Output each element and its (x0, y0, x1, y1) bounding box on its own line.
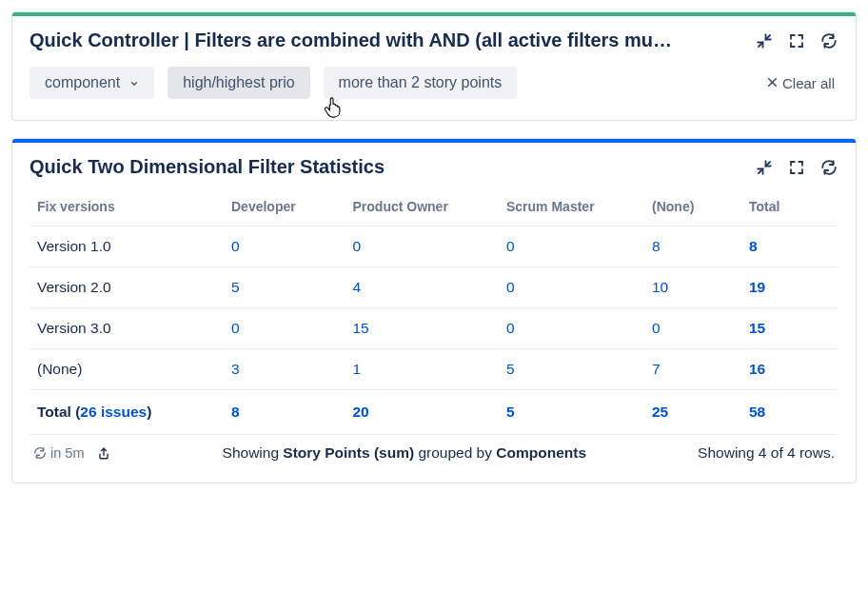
cell-value[interactable]: 15 (345, 308, 500, 349)
filter-statistics-gadget: Quick Two Dimensional Filter Statistics (11, 138, 857, 483)
table-row: Version 1.000088 (30, 227, 838, 267)
cell-value[interactable]: 10 (644, 267, 741, 308)
refresh-icon (33, 446, 47, 460)
auto-refresh-indicator: in 5m (33, 445, 84, 461)
cell-value[interactable]: 0 (224, 308, 345, 349)
totals-cell[interactable]: 20 (345, 390, 500, 435)
grand-total[interactable]: 58 (741, 390, 838, 435)
totals-cell[interactable]: 25 (644, 390, 741, 435)
row-total[interactable]: 19 (741, 267, 838, 308)
filter-chip-priority[interactable]: high/highest prio (168, 67, 309, 99)
col-scrum-master: Scrum Master (499, 187, 644, 227)
refresh-in-label: in 5m (50, 445, 84, 461)
filter-chip-component[interactable]: component (30, 67, 154, 99)
cell-value[interactable]: 0 (499, 227, 644, 267)
share-icon[interactable] (97, 446, 110, 460)
totals-cell[interactable]: 5 (499, 390, 644, 435)
stats-table: Fix versions Developer Product Owner Scr… (30, 187, 838, 435)
row-label: (None) (30, 349, 224, 390)
totals-cell[interactable]: 8 (224, 390, 345, 435)
totals-row: Total (26 issues)82052558 (30, 390, 838, 435)
cell-value[interactable]: 0 (499, 308, 644, 349)
cell-value[interactable]: 0 (224, 227, 345, 267)
footer-row-count: Showing 4 of 4 rows. (698, 444, 835, 462)
chevron-down-icon (129, 78, 139, 88)
table-row: Version 3.00150015 (30, 308, 838, 349)
row-total[interactable]: 16 (741, 349, 838, 390)
cell-value[interactable]: 1 (345, 349, 500, 390)
col-developer: Developer (224, 187, 345, 227)
col-none: (None) (644, 187, 741, 227)
cell-value[interactable]: 8 (644, 227, 741, 267)
chip-label: component (45, 74, 120, 91)
maximize-icon[interactable] (787, 31, 806, 50)
col-row-header: Fix versions (30, 187, 224, 227)
refresh-icon[interactable] (819, 31, 838, 50)
row-label: Version 3.0 (30, 308, 224, 349)
row-total[interactable]: 15 (741, 308, 838, 349)
cell-value[interactable]: 0 (499, 267, 644, 308)
issues-link[interactable]: 26 issues (80, 404, 147, 420)
clear-all-label: Clear all (782, 75, 835, 91)
cell-value[interactable]: 3 (224, 349, 345, 390)
col-total: Total (741, 187, 838, 227)
gadget-title: Quick Two Dimensional Filter Statistics (30, 156, 385, 178)
totals-label: Total (26 issues) (30, 390, 224, 435)
cell-value[interactable]: 7 (644, 349, 741, 390)
minimize-icon[interactable] (755, 31, 774, 50)
footer-summary: Showing Story Points (sum) grouped by Co… (124, 444, 684, 462)
table-row: (None)315716 (30, 349, 838, 390)
row-total[interactable]: 8 (741, 227, 838, 267)
filter-chip-story-points[interactable]: more than 2 story points (324, 67, 518, 99)
close-icon (766, 75, 779, 91)
cell-value[interactable]: 0 (644, 308, 741, 349)
row-label: Version 1.0 (30, 227, 224, 267)
quick-controller-gadget: Quick Controller | Filters are combined … (11, 11, 857, 121)
cell-value[interactable]: 0 (345, 227, 500, 267)
cell-value[interactable]: 5 (224, 267, 345, 308)
col-product-owner: Product Owner (345, 187, 500, 227)
table-row: Version 2.05401019 (30, 267, 838, 308)
maximize-icon[interactable] (787, 158, 806, 177)
cell-value[interactable]: 5 (499, 349, 644, 390)
clear-all-button[interactable]: Clear all (766, 75, 838, 91)
refresh-icon[interactable] (819, 158, 838, 177)
row-label: Version 2.0 (30, 267, 224, 308)
chip-label: more than 2 story points (339, 74, 503, 91)
chip-label: high/highest prio (183, 74, 294, 91)
gadget-title: Quick Controller | Filters are combined … (30, 30, 677, 51)
minimize-icon[interactable] (755, 158, 774, 177)
cell-value[interactable]: 4 (345, 267, 500, 308)
